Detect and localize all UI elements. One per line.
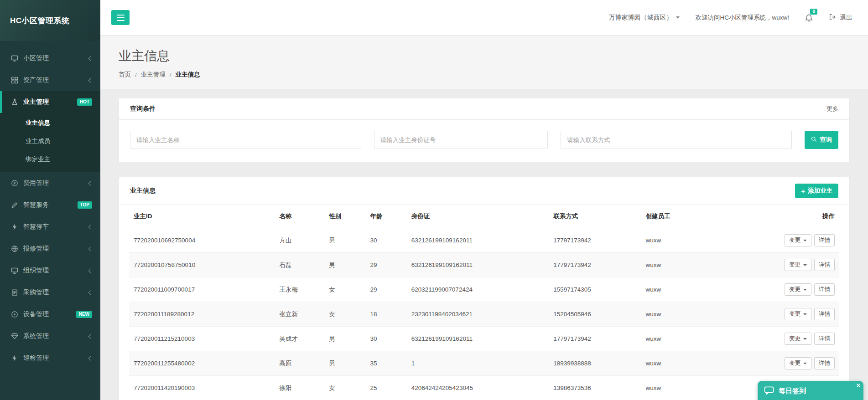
more-link[interactable]: 更多 (826, 105, 838, 113)
bolt-icon (11, 354, 18, 362)
column-header-age: 年龄 (365, 205, 406, 228)
community-selector-label: 万博家博园（城西区） (608, 14, 672, 22)
daily-signin-widget[interactable]: 每日签到 × (758, 381, 863, 400)
name-cell: 徐阳 (275, 376, 324, 400)
column-header-owner-id: 业主ID (129, 205, 275, 228)
chevron-left-icon (88, 290, 93, 295)
phone-cell: 18939938888 (549, 351, 641, 376)
page-title: 业主信息 (119, 47, 850, 65)
sidebar-item-inspection-mgmt[interactable]: 巡检管理 (0, 347, 100, 369)
sidebar-item-smart-service[interactable]: 智慧服务 TOP (0, 194, 100, 216)
sidebar-item-device-mgmt[interactable]: 设备管理 NEW (0, 303, 100, 325)
caret-down-icon (803, 338, 807, 340)
search-card-header: 查询条件 更多 (119, 98, 849, 120)
sidebar-item-org-mgmt[interactable]: 组织管理 (0, 260, 100, 282)
change-button[interactable]: 变更 (785, 234, 811, 246)
detail-button[interactable]: 详情 (814, 357, 835, 369)
change-button[interactable]: 变更 (785, 357, 811, 369)
change-button[interactable]: 变更 (785, 259, 811, 271)
phone-cell: 13986373536 (549, 376, 641, 400)
owner-phone-input[interactable] (561, 131, 792, 149)
column-header-idcard: 身份证 (407, 205, 549, 228)
creator-cell: wuxw (641, 327, 744, 351)
owner-id-cell: 772020011189280012 (129, 302, 275, 327)
owner-mgmt-submenu: 业主信息 业主成员 绑定业主 (0, 113, 100, 172)
sidebar-item-repair-mgmt[interactable]: 报修管理 (0, 238, 100, 260)
name-cell: 吴成才 (275, 327, 324, 351)
search-card: 查询条件 更多 查询 (119, 98, 850, 162)
name-cell: 方山 (275, 228, 324, 253)
yen-coin-icon (11, 179, 18, 187)
owner-table-header: 业主信息 + 添加业主 (119, 177, 849, 205)
logout-button[interactable]: 退出 (829, 13, 852, 22)
globe-icon (11, 245, 18, 252)
app-logo: HC小区管理系统 (0, 0, 100, 41)
change-button[interactable]: 变更 (785, 283, 811, 296)
age-cell: 30 (365, 327, 406, 351)
owner-name-input[interactable] (130, 131, 361, 149)
chevron-left-icon (88, 334, 93, 338)
age-cell: 30 (365, 228, 406, 253)
chevron-left-icon (88, 268, 93, 273)
column-header-gender: 性别 (324, 205, 365, 228)
add-owner-button[interactable]: + 添加业主 (795, 184, 838, 198)
sidebar-item-procurement-mgmt[interactable]: 采购管理 (0, 282, 100, 303)
idcard-cell: 632126199109162011 (407, 228, 549, 253)
detail-button[interactable]: 详情 (814, 333, 835, 345)
gender-cell: 男 (324, 228, 365, 253)
change-button[interactable]: 变更 (785, 333, 811, 345)
breadcrumb-current: 业主信息 (176, 71, 200, 79)
owner-id-cell: 772020010758750010 (129, 253, 275, 277)
sidebar-item-smart-parking[interactable]: 智慧停车 (0, 216, 100, 238)
age-cell: 29 (365, 277, 406, 302)
actions-cell: 变更详情 (744, 253, 839, 277)
owner-idcard-input[interactable] (374, 131, 548, 149)
pencil-icon (11, 201, 18, 209)
column-header-phone: 联系方式 (549, 205, 641, 228)
close-icon[interactable]: × (857, 382, 860, 389)
topbar-right: 万博家博园（城西区） 欢迎访问HC小区管理系统，wuxw! 0 退出 (608, 12, 852, 24)
table-row: 772020011215210003 吴成才 男 30 632126199109… (129, 327, 839, 351)
sidebar-item-bind-owner[interactable]: 绑定业主 (0, 150, 100, 169)
chevron-left-icon (88, 78, 93, 82)
sidebar-item-owner-info[interactable]: 业主信息 (0, 114, 100, 132)
detail-button[interactable]: 详情 (814, 259, 835, 271)
gender-cell: 女 (324, 302, 365, 327)
sidebar-item-community-mgmt[interactable]: 小区管理 (0, 47, 100, 69)
sidebar-item-owner-mgmt[interactable]: 业主管理 HOT (0, 91, 100, 113)
idcard-cell: 620321199007072424 (407, 277, 549, 302)
app-logo-text: HC小区管理系统 (10, 15, 70, 26)
detail-button[interactable]: 详情 (814, 308, 835, 320)
owner-id-cell: 772020011255480002 (129, 351, 275, 376)
sidebar-item-asset-mgmt[interactable]: 资产管理 (0, 69, 100, 91)
detail-button[interactable]: 详情 (814, 234, 835, 246)
caret-down-icon (676, 16, 680, 19)
topbar: 万博家博园（城西区） 欢迎访问HC小区管理系统，wuxw! 0 退出 (100, 0, 868, 36)
sidebar-toggle-button[interactable] (111, 10, 130, 25)
chevron-left-icon (88, 56, 93, 61)
name-cell: 石磊 (275, 253, 324, 277)
search-form: 查询 (119, 120, 849, 162)
age-cell: 35 (365, 351, 406, 376)
sidebar-item-fee-mgmt[interactable]: 费用管理 (0, 172, 100, 194)
detail-button[interactable]: 详情 (814, 283, 835, 296)
welcome-text: 欢迎访问HC小区管理系统，wuxw! (695, 14, 789, 22)
sidebar-item-owner-member[interactable]: 业主成员 (0, 132, 100, 150)
main-area: 万博家博园（城西区） 欢迎访问HC小区管理系统，wuxw! 0 退出 业主信息 … (100, 0, 868, 400)
community-selector[interactable]: 万博家博园（城西区） (608, 14, 680, 22)
hot-badge: HOT (77, 98, 92, 106)
daily-signin-label: 每日签到 (779, 385, 806, 396)
sidebar-item-system-mgmt[interactable]: 系统管理 (0, 325, 100, 347)
breadcrumb-owner-mgmt[interactable]: 业主管理 (141, 71, 166, 79)
creator-cell: wuxw (641, 253, 744, 277)
notification-bell[interactable]: 0 (805, 12, 813, 24)
idcard-cell: 420642424205423045 (407, 376, 549, 400)
search-button[interactable]: 查询 (805, 131, 838, 149)
name-cell: 张立新 (275, 302, 324, 327)
table-row: 772020010758750010 石磊 男 29 6321261991091… (129, 253, 839, 277)
clipboard-icon (11, 289, 18, 296)
change-button[interactable]: 变更 (785, 308, 811, 320)
breadcrumb-home[interactable]: 首页 (119, 71, 131, 79)
column-header-name: 名称 (275, 205, 324, 228)
actions-cell: 变更详情 (744, 327, 839, 351)
